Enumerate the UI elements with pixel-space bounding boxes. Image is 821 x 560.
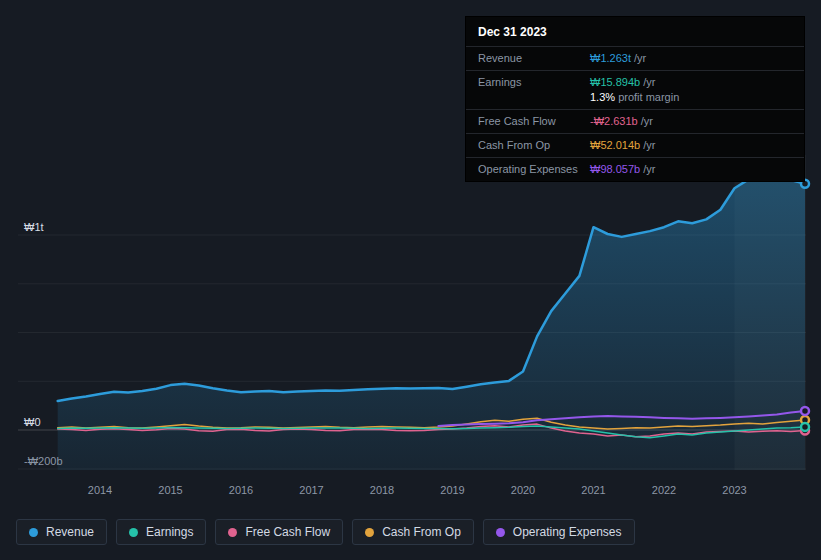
legend-label: Revenue (46, 525, 94, 539)
cash-from-op-dot-icon (365, 528, 374, 537)
tooltip-panel: Dec 31 2023 Revenue ₩1.263t /yr Earnings… (465, 16, 805, 182)
profit-margin-line: 1.3% profit margin (590, 90, 792, 105)
tooltip-value: ₩15.894b (590, 76, 640, 88)
tooltip-suffix: /yr (631, 52, 646, 64)
operating-expenses-dot-icon (496, 528, 505, 537)
profit-margin-value: 1.3% (590, 91, 615, 103)
legend-item-cash-from-op[interactable]: Cash From Op (352, 519, 474, 545)
tooltip-suffix: /yr (640, 139, 655, 151)
tooltip-label: Operating Expenses (478, 162, 590, 177)
tooltip-label: Cash From Op (478, 138, 590, 153)
legend: Revenue Earnings Free Cash Flow Cash Fro… (16, 519, 635, 545)
tooltip-row-earnings: Earnings ₩15.894b /yr 1.3% profit margin (466, 70, 804, 109)
chart-screen: ₩1t₩0-₩200b20142015201620172018201920202… (0, 0, 821, 560)
profit-margin-label: profit margin (615, 91, 679, 103)
tooltip-value: ₩1.263t (590, 52, 631, 64)
free-cash-flow-dot-icon (228, 528, 237, 537)
operating_expenses-end-marker (801, 407, 809, 415)
tooltip-suffix: /yr (640, 163, 655, 175)
legend-item-earnings[interactable]: Earnings (116, 519, 206, 545)
tooltip-suffix: /yr (640, 76, 655, 88)
tooltip-label: Free Cash Flow (478, 114, 590, 129)
tooltip-value: ₩98.057b (590, 163, 640, 175)
tooltip-date: Dec 31 2023 (466, 17, 804, 46)
tooltip-row-free-cash-flow: Free Cash Flow -₩2.631b /yr (466, 109, 804, 133)
legend-item-operating-expenses[interactable]: Operating Expenses (483, 519, 635, 545)
legend-item-free-cash-flow[interactable]: Free Cash Flow (215, 519, 343, 545)
earnings-dot-icon (129, 528, 138, 537)
tooltip-row-cash-from-op: Cash From Op ₩52.014b /yr (466, 133, 804, 157)
tooltip-value: ₩52.014b (590, 139, 640, 151)
tooltip-label: Earnings (478, 75, 590, 105)
tooltip-value: -₩2.631b (590, 115, 638, 127)
legend-label: Earnings (146, 525, 193, 539)
legend-label: Cash From Op (382, 525, 461, 539)
tooltip-label: Revenue (478, 51, 590, 66)
revenue-dot-icon (29, 528, 38, 537)
tooltip-row-revenue: Revenue ₩1.263t /yr (466, 46, 804, 70)
legend-label: Free Cash Flow (245, 525, 330, 539)
tooltip-suffix: /yr (638, 115, 653, 127)
tooltip-row-operating-expenses: Operating Expenses ₩98.057b /yr (466, 157, 804, 181)
earnings-end-marker (801, 423, 809, 431)
legend-label: Operating Expenses (513, 525, 622, 539)
legend-item-revenue[interactable]: Revenue (16, 519, 107, 545)
